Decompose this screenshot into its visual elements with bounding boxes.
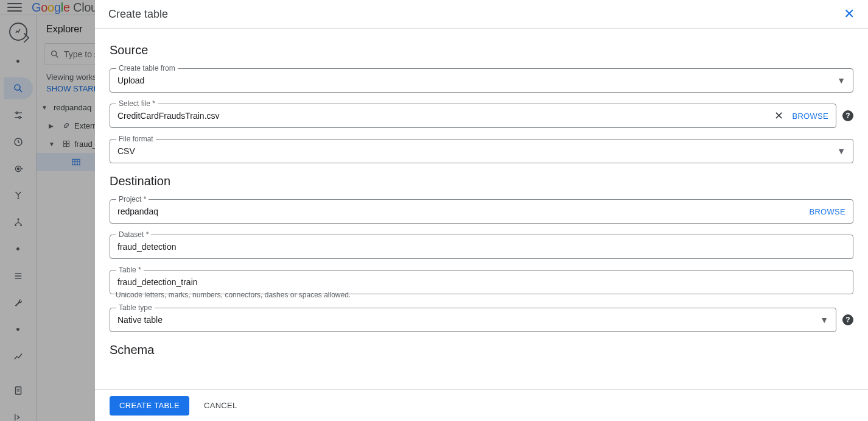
table-type-value: Native table <box>110 310 820 330</box>
project-input[interactable] <box>110 201 809 222</box>
project-field[interactable]: Project * BROWSE <box>110 199 853 224</box>
table-type-field[interactable]: Table type Native table ▼ <box>110 308 836 332</box>
table-label: Table * <box>116 266 144 274</box>
table-input[interactable] <box>110 272 853 292</box>
create-from-label: Create table from <box>116 64 178 73</box>
cancel-button[interactable]: CANCEL <box>204 401 237 410</box>
select-file-field[interactable]: Select file * ✕ BROWSE <box>110 104 836 128</box>
help-icon[interactable]: ? <box>842 314 853 325</box>
table-type-label: Table type <box>116 303 155 312</box>
clear-icon[interactable]: ✕ <box>774 109 783 122</box>
create-table-button[interactable]: CREATE TABLE <box>110 396 189 416</box>
browse-project-button[interactable]: BROWSE <box>809 207 845 216</box>
dropdown-icon[interactable]: ▼ <box>837 76 853 85</box>
project-label: Project * <box>116 195 149 203</box>
browse-file-button[interactable]: BROWSE <box>792 111 828 121</box>
dropdown-icon[interactable]: ▼ <box>820 315 836 325</box>
create-from-field[interactable]: Create table from Upload ▼ <box>110 68 853 93</box>
select-file-input[interactable] <box>110 105 774 126</box>
create-from-value: Upload <box>110 70 837 91</box>
file-format-value: CSV <box>110 141 837 161</box>
source-heading: Source <box>110 43 853 57</box>
create-table-drawer: Create table ✕ Source Create table from … <box>95 0 868 421</box>
dataset-input[interactable] <box>110 236 853 257</box>
close-icon[interactable]: ✕ <box>844 6 855 22</box>
drawer-title: Create table <box>108 8 168 21</box>
dataset-label: Dataset * <box>116 230 151 239</box>
help-icon[interactable]: ? <box>842 110 853 121</box>
select-file-label: Select file * <box>116 99 158 108</box>
dataset-field[interactable]: Dataset * <box>110 235 853 259</box>
file-format-field[interactable]: File format CSV ▼ <box>110 139 853 163</box>
destination-heading: Destination <box>110 174 853 188</box>
dropdown-icon[interactable]: ▼ <box>837 146 853 156</box>
file-format-label: File format <box>116 135 156 143</box>
table-field[interactable]: Table * <box>110 270 853 294</box>
schema-heading: Schema <box>110 343 853 357</box>
